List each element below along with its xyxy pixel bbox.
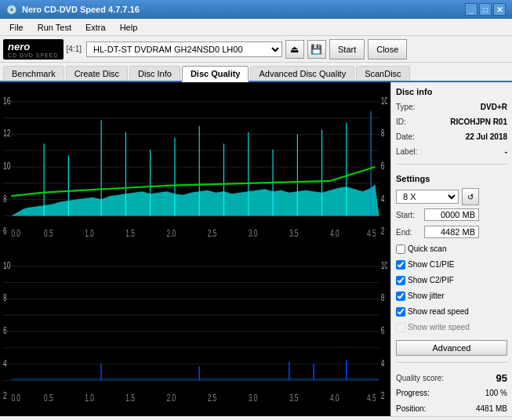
menu-extra[interactable]: Extra (79, 21, 112, 34)
refresh-icon[interactable]: ↺ (462, 188, 479, 205)
advanced-button[interactable]: Advanced (396, 340, 507, 356)
svg-text:4.5: 4.5 (367, 229, 376, 239)
menu-run-test[interactable]: Run Test (31, 21, 78, 34)
eject-icon[interactable]: ⏏ (285, 40, 304, 59)
disc-id-label: ID: (396, 116, 406, 128)
svg-text:0.0: 0.0 (11, 229, 20, 239)
speed-select[interactable]: 8 X (396, 190, 459, 204)
jitter-label: Show jitter (408, 290, 445, 302)
jitter-checkbox[interactable] (396, 291, 405, 301)
title-bar-controls[interactable]: _ □ ✕ (465, 3, 506, 16)
end-label: End: (396, 228, 421, 237)
disc-date-value: 22 Jul 2018 (466, 131, 507, 143)
svg-text:3.0: 3.0 (249, 393, 258, 404)
svg-text:0.0: 0.0 (11, 393, 20, 404)
disc-type-value: DVD+R (481, 101, 507, 113)
chart1-svg: 10 8 6 4 2 16 12 10 8 6 (3, 85, 387, 248)
close-window-button[interactable]: ✕ (493, 3, 506, 16)
tab-disc-info[interactable]: Disc Info (129, 66, 180, 81)
quality-score-label: Quality score: (396, 374, 444, 382)
quality-score-row: Quality score: 95 (396, 372, 507, 384)
checkbox-jitter[interactable]: Show jitter (396, 290, 507, 302)
tab-disc-quality[interactable]: Disc Quality (182, 66, 249, 82)
svg-text:4: 4 (3, 358, 7, 368)
minimize-button[interactable]: _ (465, 3, 478, 16)
menu-file[interactable]: File (3, 21, 30, 34)
start-label: Start: (396, 211, 421, 219)
svg-text:6: 6 (3, 326, 7, 336)
svg-text:4: 4 (381, 358, 385, 368)
stats-bar: PI Errors Average: 0.72 Maximum: 9 Total… (0, 416, 512, 420)
checkbox-write-speed: Show write speed (396, 321, 507, 334)
svg-text:2.0: 2.0 (167, 393, 176, 404)
progress-label: Progress: (396, 387, 430, 400)
svg-text:2.5: 2.5 (208, 229, 217, 239)
c1-pie-label: Show C1/PIE (408, 259, 454, 271)
c1-pie-checkbox[interactable] (396, 260, 405, 270)
checkbox-quick-scan[interactable]: Quick scan (396, 243, 507, 255)
tab-create-disc[interactable]: Create Disc (66, 66, 128, 81)
title-bar-left: 💿 Nero CD-DVD Speed 4.7.7.16 (6, 5, 140, 15)
save-icon[interactable]: 💾 (307, 40, 326, 59)
svg-text:2.5: 2.5 (208, 393, 217, 404)
svg-text:6: 6 (381, 161, 385, 172)
svg-text:8: 8 (3, 293, 7, 303)
c2-pif-checkbox[interactable] (396, 276, 405, 285)
svg-marker-68 (11, 378, 379, 380)
tab-benchmark[interactable]: Benchmark (3, 66, 64, 81)
svg-text:2.0: 2.0 (167, 229, 176, 239)
svg-text:10: 10 (3, 161, 11, 172)
disc-info-title: Disc info (396, 87, 507, 96)
disc-type-row: Type: DVD+R (396, 101, 507, 113)
svg-text:4: 4 (381, 194, 385, 204)
svg-text:4.5: 4.5 (367, 393, 376, 404)
svg-text:3.5: 3.5 (289, 393, 299, 404)
tab-scan-disc[interactable]: ScanDisc (356, 66, 409, 81)
start-button[interactable]: Start (329, 39, 365, 60)
end-mb-row: End: (396, 226, 507, 238)
disc-id-row: ID: RICOHJPN R01 (396, 116, 507, 128)
disc-label-label: Label: (396, 146, 417, 158)
read-speed-checkbox[interactable] (396, 307, 405, 317)
tabs: Benchmark Create Disc Disc Info Disc Qua… (0, 63, 512, 82)
svg-text:3.0: 3.0 (249, 229, 258, 239)
write-speed-checkbox (396, 323, 405, 332)
speed-row: 8 X ↺ (396, 188, 507, 205)
svg-text:0.5: 0.5 (44, 229, 53, 239)
svg-text:10: 10 (3, 260, 11, 270)
checkbox-c1-pie[interactable]: Show C1/PIE (396, 259, 507, 271)
disc-type-label: Type: (396, 101, 415, 113)
chart2-svg: 10 8 6 4 2 10 8 6 4 2 0.0 0.5 (3, 250, 387, 413)
svg-text:12: 12 (3, 129, 11, 139)
chart-pi-errors: 10 8 6 4 2 16 12 10 8 6 (3, 85, 387, 248)
drive-bracket: [4:1] (67, 45, 82, 53)
menu-help[interactable]: Help (114, 21, 144, 34)
position-row: Position: 4481 MB (396, 403, 507, 415)
tab-advanced-disc-quality[interactable]: Advanced Disc Quality (250, 66, 354, 81)
checkbox-read-speed[interactable]: Show read speed (396, 306, 507, 318)
svg-text:3.5: 3.5 (289, 229, 299, 239)
progress-value: 100 % (485, 387, 507, 400)
end-input[interactable] (424, 226, 479, 238)
write-speed-label: Show write speed (408, 321, 470, 334)
divider1 (396, 164, 507, 165)
settings-title: Settings (396, 174, 507, 183)
svg-text:0.5: 0.5 (44, 393, 53, 404)
menu-bar: File Run Test Extra Help (0, 19, 512, 36)
svg-text:4.0: 4.0 (330, 229, 340, 239)
start-mb-row: Start: (396, 208, 507, 221)
drive-select[interactable]: HL-DT-ST DVDRAM GH24NSD0 LH00 (86, 42, 282, 57)
close-button[interactable]: Close (368, 39, 407, 60)
svg-text:8: 8 (381, 129, 385, 139)
svg-text:1.0: 1.0 (85, 393, 94, 404)
main-content: 10 8 6 4 2 16 12 10 8 6 (0, 82, 512, 416)
info-panel: Disc info Type: DVD+R ID: RICOHJPN R01 D… (390, 82, 512, 416)
quick-scan-label: Quick scan (408, 243, 446, 255)
maximize-button[interactable]: □ (479, 3, 492, 16)
start-input[interactable] (424, 208, 479, 221)
svg-text:1.0: 1.0 (85, 229, 94, 239)
logo-subtext: CD·DVD SPEED (8, 52, 59, 58)
nero-logo: nero CD·DVD SPEED (3, 39, 64, 60)
quick-scan-checkbox[interactable] (396, 244, 405, 254)
checkbox-c2-pif[interactable]: Show C2/PIF (396, 274, 507, 287)
